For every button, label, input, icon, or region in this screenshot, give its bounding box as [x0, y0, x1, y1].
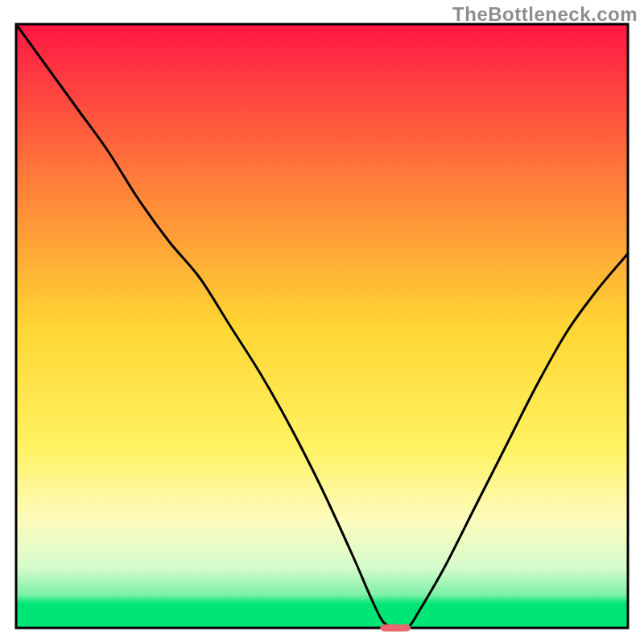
bottleneck-chart — [0, 0, 644, 644]
optimum-marker — [380, 625, 411, 632]
chart-container: TheBottleneck.com — [0, 0, 644, 644]
plot-background — [16, 24, 628, 628]
watermark-text: TheBottleneck.com — [452, 3, 638, 26]
